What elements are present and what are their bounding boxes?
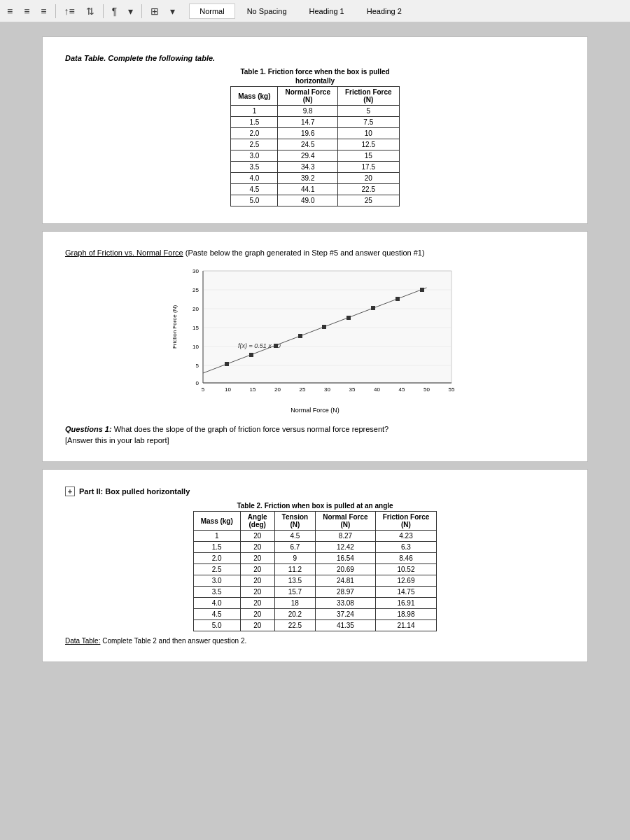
bullet-list2-btn[interactable]: ≡ — [20, 4, 34, 18]
dropdown-btn[interactable]: ▾ — [124, 4, 137, 18]
svg-text:10: 10 — [192, 344, 199, 350]
svg-text:10: 10 — [225, 386, 231, 393]
svg-text:20: 20 — [274, 386, 281, 393]
table1-col-friction: Friction Force(N) — [337, 87, 399, 106]
table2-header-row: Mass (kg) Angle(deg) Tension(N) Normal F… — [193, 512, 437, 531]
table-row: 1.5206.712.426.3 — [193, 542, 437, 553]
svg-rect-30 — [225, 362, 229, 366]
table1: Mass (kg) Normal Force(N) Friction Force… — [230, 86, 399, 206]
svg-text:f(x) = 0.51 x - 0: f(x) = 0.51 x - 0 — [238, 342, 281, 349]
table-row: 3.52015.728.9714.75 — [193, 587, 437, 598]
svg-rect-37 — [396, 297, 400, 301]
table-row: 2.020916.548.46 — [193, 553, 437, 564]
graph-subtitle: (Paste below the graph generated in Step… — [186, 248, 425, 257]
svg-text:25: 25 — [192, 287, 199, 293]
table-row: 19.85 — [231, 106, 399, 117]
graph-title: Graph of Friction vs. Normal Force (Past… — [65, 248, 565, 257]
svg-text:40: 40 — [374, 386, 380, 393]
section1-data-table: Data Table. Complete the following table… — [42, 36, 588, 224]
svg-rect-31 — [249, 353, 253, 357]
table-row: 4.544.122.5 — [231, 184, 399, 195]
toolbar: ≡ ≡ ≡ ↑≡ ⇅ ¶ ▾ ⊞ ▾ Normal No Spacing Hea… — [0, 0, 630, 22]
bullet-list-btn[interactable]: ≡ — [3, 4, 17, 18]
table-row: 2.019.610 — [231, 128, 399, 139]
svg-text:15: 15 — [250, 386, 256, 393]
separator1 — [55, 4, 56, 18]
style-no-spacing[interactable]: No Spacing — [237, 4, 298, 19]
table-row: 5.02022.541.3521.14 — [193, 620, 437, 631]
part2-header: + Part II: Box pulled horizontally — [65, 486, 565, 496]
table2-col-normal: Normal Force(N) — [316, 512, 375, 531]
question1-text: What does the slope of the graph of fric… — [114, 425, 389, 433]
svg-text:0: 0 — [196, 380, 200, 386]
table-row: 2.52011.220.6910.52 — [193, 564, 437, 575]
question1-note: [Answer this in your lab report] — [65, 436, 565, 444]
style-heading2[interactable]: Heading 2 — [356, 4, 412, 19]
section3-part2: + Part II: Box pulled horizontally Table… — [42, 469, 588, 662]
question1-label: Questions 1: — [65, 425, 112, 433]
svg-text:Friction Force (N): Friction Force (N) — [172, 305, 178, 349]
separator2 — [103, 4, 104, 18]
data-note: Data Table: Complete Table 2 and then an… — [65, 637, 565, 645]
paragraph-btn[interactable]: ¶ — [108, 4, 122, 18]
indent-btn[interactable]: ↑≡ — [60, 4, 79, 18]
svg-text:15: 15 — [192, 325, 199, 331]
table-row: 1.514.77.5 — [231, 117, 399, 128]
style-normal[interactable]: Normal — [189, 4, 234, 19]
table-row: 2.524.512.5 — [231, 139, 399, 150]
table-row: 3.534.317.5 — [231, 162, 399, 173]
table2-title: Table 2. Friction when box is pulled at … — [65, 502, 565, 510]
table2-col-mass: Mass (kg) — [193, 512, 240, 531]
friction-chart: 0 5 10 15 20 25 30 5 10 15 20 25 30 35 4… — [168, 264, 462, 404]
data-note-label: Data Table: — [65, 637, 100, 645]
svg-rect-33 — [298, 334, 302, 338]
svg-text:45: 45 — [399, 386, 405, 393]
style-heading1[interactable]: Heading 1 — [299, 4, 355, 19]
table-row: 4.0201833.0816.91 — [193, 598, 437, 609]
svg-rect-0 — [203, 271, 451, 383]
x-axis-label: Normal Force (N) — [168, 407, 462, 414]
table-row: 4.039.220 — [231, 173, 399, 184]
section1-title: Data Table. Complete the following table… — [65, 54, 565, 62]
svg-text:55: 55 — [449, 386, 455, 393]
table-row: 1204.58.274.23 — [193, 531, 437, 542]
table1-header-row: Mass (kg) Normal Force(N) Friction Force… — [231, 87, 399, 106]
table2: Mass (kg) Angle(deg) Tension(N) Normal F… — [193, 511, 438, 631]
table2-col-angle: Angle(deg) — [240, 512, 274, 531]
separator3 — [141, 4, 142, 18]
document-area: Data Table. Complete the following table… — [0, 22, 630, 683]
svg-text:30: 30 — [192, 268, 199, 274]
grid-dropdown-btn[interactable]: ▾ — [166, 4, 179, 18]
svg-text:30: 30 — [324, 386, 330, 393]
table1-col-mass: Mass (kg) — [231, 87, 278, 106]
svg-rect-36 — [371, 306, 375, 310]
table-row: 5.049.025 — [231, 195, 399, 206]
table2-col-friction: Friction Force(N) — [375, 512, 437, 531]
style-tabs: Normal No Spacing Heading 1 Heading 2 — [189, 4, 412, 19]
section2-graph: Graph of Friction vs. Normal Force (Past… — [42, 231, 588, 462]
svg-text:5: 5 — [202, 386, 205, 393]
sort-btn[interactable]: ⇅ — [82, 4, 99, 18]
data-note-text: Complete Table 2 and then answer questio… — [102, 637, 246, 645]
graph-title-text: Graph of Friction vs. Normal Force — [65, 248, 183, 257]
table-row: 4.52020.237.2418.98 — [193, 609, 437, 620]
table-row: 3.029.415 — [231, 150, 399, 162]
table-row: 3.02013.524.8112.69 — [193, 575, 437, 587]
table1-title-line2: horizontally — [65, 77, 565, 85]
plus-icon[interactable]: + — [65, 486, 75, 496]
svg-text:5: 5 — [196, 363, 200, 369]
bullet-list3-btn[interactable]: ≡ — [36, 4, 50, 18]
svg-text:50: 50 — [424, 386, 430, 393]
svg-rect-38 — [420, 288, 424, 292]
part2-title: Part II: Box pulled horizontally — [79, 487, 190, 496]
svg-rect-34 — [322, 325, 326, 329]
svg-text:35: 35 — [349, 386, 356, 393]
grid-btn[interactable]: ⊞ — [146, 4, 163, 18]
svg-text:25: 25 — [300, 386, 306, 393]
svg-rect-35 — [346, 316, 351, 320]
table2-col-tension: Tension(N) — [274, 512, 316, 531]
graph-wrapper: 0 5 10 15 20 25 30 5 10 15 20 25 30 35 4… — [168, 264, 462, 414]
table1-title-line1: Table 1. Friction force when the box is … — [65, 68, 565, 76]
question1: Questions 1: What does the slope of the … — [65, 425, 565, 433]
svg-text:20: 20 — [192, 306, 199, 312]
